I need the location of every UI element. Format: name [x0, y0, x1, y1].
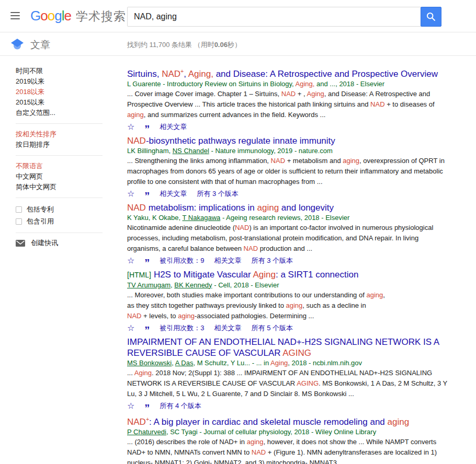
search-result: IMPAIRMENT OF AN ENDOTHELIAL NAD+-H2S SI…	[127, 337, 447, 411]
result-authors-line[interactable]: LK Billingham, NS Chandel - Nature immun…	[127, 146, 447, 156]
result-authors-line[interactable]: MS Bonkowski, A Das, M Schultz, Y Lu... …	[127, 358, 447, 368]
result-action-link[interactable]: 所有 3 个版本	[252, 256, 293, 265]
result-title-row: NAD metabolism: implications in aging an…	[127, 202, 447, 213]
include-options-group: 包括专利 包含引用	[16, 203, 110, 227]
result-title-row: NAD+: A big player in cardiac and skelet…	[127, 414, 447, 428]
result-action-link[interactable]: 相关文章	[160, 122, 187, 132]
toolbar: 文章 找到约 11,700 条结果 （用时0.06秒）	[0, 33, 476, 56]
result-action-link[interactable]: 相关文章	[214, 323, 242, 333]
result-title-row: Sirtuins, NAD+, Aging, and Disease: A Re…	[127, 66, 447, 79]
result-action-links: 所有 4 个版本	[160, 401, 201, 411]
sidebar-filter-link[interactable]: 时间不限	[16, 66, 110, 76]
sort-filter-group: 按相关性排序 按日期排序	[16, 129, 110, 150]
scholar-logo[interactable]: Google学术搜索	[30, 8, 126, 25]
result-title-link[interactable]: NAD+: A big player in cardiac and skelet…	[127, 417, 409, 427]
result-snippet: ... Moreover, both studies make importan…	[127, 290, 447, 321]
sidebar-filter-link[interactable]: 自定义范围...	[16, 108, 110, 118]
result-title-link[interactable]: IMPAIRMENT OF AN ENDOTHELIAL NAD+-H2S SI…	[127, 337, 439, 358]
cite-quote-icon[interactable]: ”	[144, 260, 150, 265]
sidebar-divider	[16, 198, 103, 198]
result-title-row: [HTML]H2S to Mitigate Vascular Aging: a …	[127, 269, 447, 281]
scholar-logo-suffix: 学术搜索	[76, 9, 126, 23]
result-action-links: 被引用次数：3 相关文章 所有 5 个版本	[160, 323, 293, 333]
search-result: [HTML]H2S to Mitigate Vascular Aging: a …	[127, 269, 447, 333]
result-action-link[interactable]: 所有 4 个版本	[160, 401, 201, 411]
result-authors-line[interactable]: L Guarente - Introductory Review on Sirt…	[127, 79, 447, 89]
result-actions: ☆ ” 被引用次数：3 相关文章 所有 5 个版本	[127, 323, 447, 333]
sidebar-filter-link[interactable]: 2015以来	[16, 97, 110, 108]
results-list: Sirtuins, NAD+, Aging, and Disease: A Re…	[127, 66, 447, 464]
save-star-icon[interactable]: ☆	[127, 401, 134, 411]
sidebar-filter-link[interactable]: 2018以来	[16, 87, 110, 97]
result-action-link[interactable]: 所有 3 个版本	[197, 189, 238, 199]
create-alert-label: 创建快讯	[31, 238, 58, 248]
search-result: NAD+: A big player in cardiac and skelet…	[127, 414, 447, 464]
sidebar-divider	[16, 233, 103, 233]
result-authors-line[interactable]: P Chaturvedi, SC Tyagi - Journal of cell…	[127, 427, 447, 437]
sidebar-divider	[16, 123, 103, 124]
result-title-link[interactable]: H2S to Mitigate Vascular Aging: a SIRT1 …	[154, 270, 359, 280]
sidebar-language-link[interactable]: 不限语言	[16, 161, 110, 171]
search-input[interactable]	[127, 7, 421, 27]
envelope-icon	[16, 240, 25, 247]
result-snippet: ... Aging. 2018 Nov; 2(Suppl 1): 388 ...…	[127, 368, 447, 399]
result-action-link[interactable]: 被引用次数：3	[160, 323, 204, 333]
sidebar-language-link[interactable]: 中文网页	[16, 171, 110, 182]
save-star-icon[interactable]: ☆	[127, 256, 134, 265]
result-authors-line[interactable]: TV Arumugam, BK Kennedy - Cell, 2018 - E…	[127, 281, 447, 290]
sidebar-filter-link[interactable]: 2019以来	[16, 76, 110, 87]
result-action-links: 相关文章 所有 3 个版本	[160, 189, 238, 199]
result-action-links: 相关文章	[160, 122, 187, 132]
checkbox-label: 包含引用	[27, 215, 54, 227]
save-star-icon[interactable]: ☆	[127, 323, 134, 333]
sidebar-sort-link[interactable]: 按相关性排序	[16, 129, 110, 140]
search-icon	[426, 11, 436, 22]
search-result: Sirtuins, NAD+, Aging, and Disease: A Re…	[127, 66, 447, 132]
sidebar-sort-link[interactable]: 按日期排序	[16, 140, 110, 150]
search-button[interactable]	[421, 7, 441, 27]
result-action-link[interactable]: 所有 5 个版本	[252, 323, 293, 333]
result-title-link[interactable]: Sirtuins, NAD+, Aging, and Disease: A Re…	[127, 69, 438, 79]
result-action-link[interactable]: 相关文章	[214, 256, 242, 265]
filters-sidebar: 时间不限 2019以来 2018以来 2015以来 自定义范围... 按相关性排…	[16, 66, 110, 248]
cite-quote-icon[interactable]: ”	[144, 328, 150, 333]
sidebar-divider	[16, 155, 103, 156]
cite-quote-icon[interactable]: ”	[144, 193, 150, 199]
result-action-link[interactable]: 相关文章	[160, 189, 187, 199]
cite-quote-icon[interactable]: ”	[144, 126, 150, 132]
sidebar-language-link[interactable]: 简体中文网页	[16, 182, 110, 192]
save-star-icon[interactable]: ☆	[127, 189, 134, 199]
google-logo-text: Google	[30, 8, 71, 24]
result-title-link[interactable]: NAD-biosynthetic pathways regulate innat…	[127, 136, 335, 146]
create-alert-link[interactable]: 创建快讯	[16, 238, 110, 248]
result-format-label: [HTML]	[127, 271, 151, 279]
articles-tab-icon	[11, 39, 24, 50]
result-action-link[interactable]: 被引用次数：9	[160, 256, 204, 265]
header: Google学术搜索	[0, 0, 476, 32]
result-actions: ☆ ” 被引用次数：9 相关文章 所有 3 个版本	[127, 256, 447, 265]
result-title-row: IMPAIRMENT OF AN ENDOTHELIAL NAD+-H2S SI…	[127, 337, 447, 358]
sidebar-checkbox-row[interactable]: 包含引用	[16, 215, 110, 227]
checkbox-icon[interactable]	[16, 206, 22, 213]
result-title-link[interactable]: NAD metabolism: implications in aging an…	[127, 203, 334, 213]
date-filter-group: 时间不限 2019以来 2018以来 2015以来 自定义范围...	[16, 66, 110, 118]
tab-articles[interactable]: 文章	[30, 38, 50, 52]
result-actions: ☆ ” 相关文章 所有 3 个版本	[127, 189, 447, 199]
checkbox-label: 包括专利	[27, 203, 54, 215]
result-title-row: NAD-biosynthetic pathways regulate innat…	[127, 135, 447, 146]
cite-quote-icon[interactable]: ”	[144, 405, 150, 411]
results-stats: 找到约 11,700 条结果 （用时0.06秒）	[127, 40, 241, 50]
result-snippet: ... Strengthening the links among inflam…	[127, 156, 447, 187]
result-authors-line[interactable]: K Yaku, K Okabe, T Nakagawa - Ageing res…	[127, 213, 447, 223]
sidebar-checkbox-row[interactable]: 包括专利	[16, 203, 110, 215]
checkbox-icon[interactable]	[16, 218, 22, 225]
save-star-icon[interactable]: ☆	[127, 122, 134, 132]
result-actions: ☆ ” 所有 4 个版本	[127, 401, 447, 411]
search-result: NAD-biosynthetic pathways regulate innat…	[127, 135, 447, 199]
result-action-links: 被引用次数：9 相关文章 所有 3 个版本	[160, 256, 293, 265]
result-snippet: ... Cover image Cover image. Chapter 1 –…	[127, 89, 447, 120]
menu-icon[interactable]	[10, 12, 20, 20]
result-snippet: Nicotinamide adenine dinucleotide (NAD) …	[127, 223, 447, 254]
language-filter-group: 不限语言 中文网页 简体中文网页	[16, 161, 110, 192]
result-actions: ☆ ” 相关文章	[127, 122, 447, 132]
